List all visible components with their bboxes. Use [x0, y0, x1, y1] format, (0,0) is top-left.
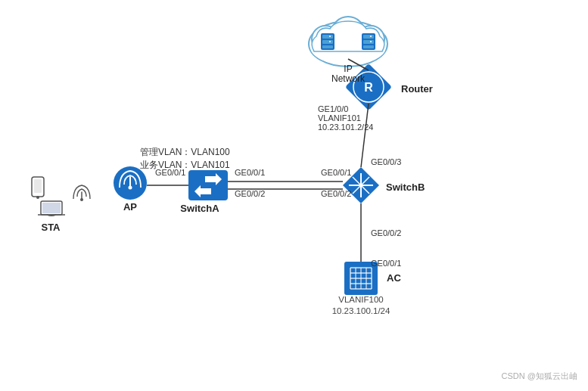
- info-biz-vlan: 业务VLAN：VLAN101: [140, 160, 230, 170]
- svg-rect-15: [363, 35, 374, 39]
- svg-rect-40: [344, 262, 378, 295]
- port-ap-out: GE0/0/1: [155, 168, 185, 177]
- switchb-icon: [343, 167, 379, 203]
- svg-point-31: [114, 166, 147, 200]
- port-switchb-ac: GE0/0/2: [371, 228, 401, 237]
- port-switchb-top: GE0/0/3: [371, 157, 401, 166]
- svg-point-12: [329, 36, 331, 37]
- svg-rect-16: [363, 40, 374, 44]
- watermark: CSDN @知狐云出岫: [502, 371, 577, 382]
- svg-point-6: [333, 18, 363, 48]
- network-diagram: R: [0, 0, 588, 391]
- label-switcha: SwitchA: [180, 203, 219, 214]
- svg-line-27: [353, 177, 369, 194]
- port-switcha-out-1: GE0/0/1: [235, 168, 265, 177]
- svg-marker-30: [194, 185, 211, 197]
- port-switcha-out-2: GE0/0/2: [235, 189, 265, 198]
- svg-point-22: [353, 72, 384, 102]
- svg-rect-36: [41, 201, 62, 215]
- svg-point-7: [359, 27, 383, 51]
- svg-point-39: [80, 198, 83, 201]
- svg-rect-11: [322, 45, 333, 48]
- svg-rect-33: [32, 177, 44, 197]
- port-ac-top: GE0/0/1: [371, 259, 401, 268]
- svg-rect-20: [345, 64, 392, 110]
- port-router-vlanif: VLANIF101: [318, 113, 361, 123]
- ip-network-icon: [309, 17, 387, 67]
- svg-rect-37: [42, 203, 61, 213]
- svg-rect-9: [322, 35, 333, 39]
- svg-point-3: [357, 26, 384, 53]
- svg-point-32: [129, 186, 132, 190]
- svg-point-0: [309, 21, 387, 67]
- label-sta: STA: [41, 222, 61, 233]
- svg-marker-23: [343, 167, 379, 203]
- port-switchb-in-1: GE0/0/1: [321, 168, 351, 177]
- svg-point-18: [370, 36, 372, 37]
- line-router-switchb: [361, 104, 369, 167]
- wifi-signal-icon: [73, 185, 90, 201]
- info-mgmt-vlan: 管理VLAN：VLAN100: [140, 147, 230, 157]
- svg-point-1: [312, 26, 339, 53]
- svg-point-19: [370, 41, 372, 42]
- router-icon: R: [345, 64, 392, 110]
- svg-rect-34: [34, 179, 42, 193]
- svg-point-35: [36, 196, 39, 199]
- svg-line-26: [353, 177, 369, 194]
- port-switchb-in-2: GE0/0/2: [321, 189, 351, 198]
- svg-rect-14: [362, 33, 375, 50]
- line-network-router: [348, 59, 369, 70]
- switcha-icon: [188, 170, 228, 200]
- label-ac-vlanif: VLANIF100: [338, 295, 383, 304]
- sta-laptop-icon: [38, 201, 65, 216]
- sta-phone-icon: [32, 177, 44, 199]
- svg-point-5: [313, 27, 338, 51]
- label-switchb: SwitchB: [386, 182, 425, 193]
- svg-rect-17: [363, 45, 374, 48]
- svg-rect-28: [188, 170, 228, 200]
- label-router: Router: [401, 83, 433, 95]
- port-router-ge: GE1/0/0: [318, 104, 348, 113]
- port-router-ip: 10.23.101.2/24: [318, 123, 373, 132]
- svg-rect-8: [321, 33, 334, 50]
- svg-point-13: [329, 41, 331, 42]
- ac-icon: [344, 262, 378, 295]
- ap-icon: [114, 166, 147, 200]
- svg-text:R: R: [364, 81, 373, 94]
- label-ac-ip: 10.23.100.1/24: [332, 306, 390, 315]
- svg-marker-29: [205, 173, 222, 185]
- label-ac: AC: [387, 272, 401, 284]
- svg-point-4: [310, 29, 386, 65]
- label-ip-network-text: IP: [344, 64, 352, 74]
- svg-rect-10: [322, 40, 333, 44]
- svg-point-2: [331, 17, 365, 50]
- label-network-text: Network: [331, 73, 366, 84]
- label-ap: AP: [123, 201, 137, 213]
